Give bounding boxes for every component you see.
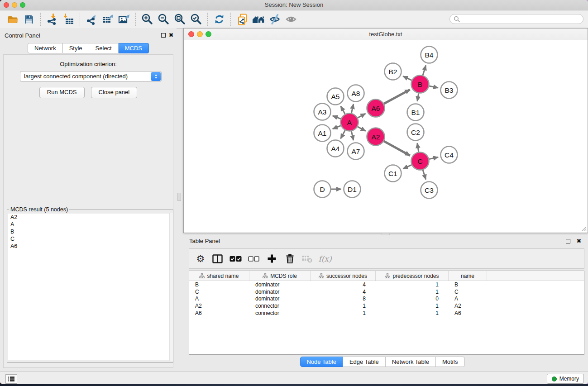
table-row[interactable]: A6connector11A6 [189, 310, 584, 317]
import-table-icon[interactable] [60, 12, 76, 27]
table-cell[interactable]: dominator [249, 281, 311, 288]
mcds-list-scrollbar[interactable] [169, 213, 173, 361]
table-cell[interactable]: A2 [449, 303, 487, 309]
table-cell[interactable]: 8 [311, 295, 376, 302]
resize-grip-icon[interactable] [581, 225, 587, 231]
graph-edge-C-C3[interactable] [423, 170, 426, 180]
task-history-icon[interactable] [5, 374, 17, 384]
add-column-icon[interactable] [263, 251, 281, 267]
table-cell[interactable]: A6 [189, 310, 249, 316]
graph-edge-A2-C[interactable] [384, 141, 410, 156]
first-neighbors-icon[interactable] [250, 12, 267, 27]
close-panel-icon[interactable]: ✖ [168, 32, 174, 38]
table-cell[interactable]: A6 [449, 310, 487, 316]
tab-motifs[interactable]: Motifs [436, 357, 465, 367]
column-header-successor-nodes[interactable]: successor nodes [311, 271, 376, 281]
tab-mcds[interactable]: MCDS [119, 43, 149, 53]
column-header-shared-name[interactable]: shared name [189, 271, 249, 281]
table-cell[interactable]: 0 [376, 295, 449, 302]
table-cell[interactable]: dominator [249, 295, 311, 302]
graph-edge-C-C1[interactable] [403, 165, 411, 169]
refresh-view-icon[interactable] [211, 12, 227, 27]
table-cell[interactable]: 1 [376, 303, 449, 309]
mcds-result-list[interactable]: A2ABCA6 [8, 214, 172, 360]
mcds-result-item[interactable]: A6 [8, 243, 172, 250]
graph-edge-A-A7[interactable] [351, 131, 353, 140]
graph-edge-A-A6[interactable] [358, 114, 365, 118]
mcds-result-item[interactable]: B [8, 228, 172, 235]
mcds-result-item[interactable]: C [8, 235, 172, 243]
table-cell[interactable]: 1 [311, 303, 376, 309]
save-session-icon[interactable] [21, 12, 37, 27]
graph-edge-B-B2[interactable] [403, 76, 411, 80]
table-cell[interactable]: 1 [376, 289, 449, 295]
graph-edge-A6-B[interactable] [384, 90, 410, 104]
new-network-from-selection-icon[interactable] [234, 12, 250, 27]
export-image-icon[interactable] [116, 12, 132, 27]
table-cell[interactable]: A2 [189, 303, 249, 309]
table-row[interactable]: Cdominator41C [189, 288, 584, 295]
export-network-icon[interactable] [83, 12, 100, 27]
tab-style[interactable]: Style [63, 43, 89, 53]
table-cell[interactable]: 1 [376, 281, 449, 288]
close-panel-button[interactable]: Close panel [91, 87, 138, 98]
search-input[interactable] [449, 14, 583, 24]
graph-edge-A-A3[interactable] [333, 116, 341, 119]
tab-node-table[interactable]: Node Table [300, 357, 343, 367]
tab-network[interactable]: Network [28, 43, 63, 53]
graph-edge-A-A2[interactable] [358, 127, 366, 131]
graph-edge-C-C2[interactable] [417, 143, 419, 152]
graph-edge-B-B3[interactable] [429, 86, 438, 88]
export-table-icon[interactable] [100, 12, 116, 27]
gear-icon[interactable]: ⚙ [193, 251, 208, 267]
graph-edge-A-A8[interactable] [351, 104, 353, 113]
table-cell[interactable]: B [189, 281, 249, 288]
zoom-in-icon[interactable] [139, 12, 155, 27]
table-float-panel-icon[interactable] [565, 238, 571, 244]
column-header-predecessor-nodes[interactable]: predecessor nodes [376, 271, 449, 281]
graph-edge-A-A4[interactable] [341, 130, 345, 138]
table-row[interactable]: Adominator80A [189, 295, 584, 302]
column-header-name[interactable]: name [449, 271, 487, 281]
table-row[interactable]: Bdominator41B [189, 281, 584, 288]
hide-selected-icon[interactable] [267, 12, 283, 27]
zoom-out-icon[interactable] [155, 12, 172, 27]
vertical-splitter-handle[interactable] [177, 193, 181, 201]
criterion-select[interactable]: largest connected component (directed) ▲… [20, 71, 162, 82]
delete-column-icon[interactable] [281, 251, 299, 267]
table-cell[interactable]: C [189, 289, 249, 295]
table-cell[interactable]: B [449, 281, 487, 288]
tab-select[interactable]: Select [89, 43, 119, 53]
table-cell[interactable]: 4 [311, 281, 376, 288]
column-header-MCDS-role[interactable]: MCDS role [249, 271, 311, 281]
zoom-fit-icon[interactable] [172, 12, 188, 27]
table-cell[interactable]: A [449, 295, 487, 302]
table-row[interactable]: A2connector11A2 [189, 302, 584, 310]
graph-edge-A-A5[interactable] [341, 106, 345, 114]
table-cell[interactable]: 1 [376, 310, 449, 316]
zoom-selected-icon[interactable] [188, 12, 204, 27]
split-columns-icon[interactable] [208, 251, 226, 267]
run-mcds-button[interactable]: Run MCDS [39, 87, 85, 98]
graph-edge-B-B4[interactable] [423, 65, 426, 75]
tab-network-table[interactable]: Network Table [386, 357, 436, 367]
table-cell[interactable]: 1 [311, 310, 376, 316]
network-canvas[interactable]: B4B2BB3A8A5A6A3B1AA1C2A2A4A7C4CC1C3DD1 [184, 40, 588, 232]
graph-edge-B-B1[interactable] [417, 93, 419, 101]
table-cell[interactable]: dominator [249, 289, 311, 295]
table-cell[interactable]: connector [249, 310, 311, 316]
float-panel-icon[interactable] [160, 32, 167, 38]
table-cell[interactable]: C [449, 289, 487, 295]
network-graph[interactable]: B4B2BB3A8A5A6A3B1AA1C2A2A4A7C4CC1C3DD1 [184, 40, 588, 232]
select-all-icon[interactable] [226, 251, 244, 267]
graph-edge-A-A1[interactable] [333, 126, 341, 129]
graph-edge-C-C4[interactable] [429, 157, 438, 159]
table-cell[interactable]: connector [249, 303, 311, 309]
table-close-panel-icon[interactable]: ✖ [576, 238, 582, 244]
table-cell[interactable]: A [189, 295, 249, 302]
import-network-icon[interactable] [44, 12, 60, 27]
memory-button[interactable]: Memory [547, 374, 584, 384]
deselect-all-icon[interactable] [244, 251, 263, 267]
node-table[interactable]: shared nameMCDS rolesuccessor nodesprede… [189, 271, 584, 355]
open-session-icon[interactable] [5, 12, 21, 27]
